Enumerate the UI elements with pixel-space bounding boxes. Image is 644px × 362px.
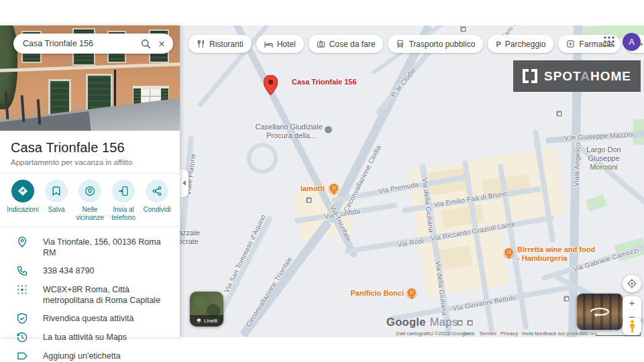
poi-generic-icon[interactable]	[324, 125, 333, 134]
chip-parcheggio[interactable]: P Parcheggio	[488, 35, 553, 53]
add-label-row[interactable]: Aggiungi un'etichetta	[0, 347, 180, 362]
address-row[interactable]: Via Trionfale, 156, 00136 Roma RM	[0, 233, 180, 261]
transit-station-icon	[466, 319, 474, 326]
plus-code-icon	[16, 284, 28, 296]
action-bar: Indicazioni Salva Nelle vicinanze Invia …	[0, 174, 180, 227]
send-to-phone-button[interactable]: Invia al telefono	[107, 180, 140, 221]
destination-label: Casa Trionfale 156	[292, 78, 357, 86]
transit-station-icon	[460, 25, 467, 33]
chip-trasporto-pubblico[interactable]: Trasporto pubblico	[388, 35, 483, 53]
restaurant-poi-marker[interactable]	[504, 247, 514, 257]
area-label: Piazzale Socrate	[180, 229, 212, 246]
phone-row[interactable]: 338 434 8790	[0, 261, 180, 280]
search-input[interactable]	[23, 39, 140, 48]
label-icon	[16, 350, 28, 362]
restaurant-icon	[197, 40, 205, 48]
clear-search-icon[interactable]: ×	[157, 38, 166, 50]
bracket-left-icon	[523, 69, 529, 83]
zoom-in-button[interactable]: +	[623, 296, 641, 310]
transit-station-icon	[563, 295, 570, 302]
your-activity-row[interactable]: La tua attività su Maps	[0, 328, 180, 347]
street-label: Via San Tommaso d'Aquino	[223, 213, 267, 294]
footer-link-feedback[interactable]: Invia feedback sul prodotto	[522, 330, 586, 337]
maps-app: × Casa Trionfale 156 Appartamento per va…	[0, 25, 644, 337]
footer-link-italia[interactable]: Italia	[463, 330, 474, 337]
place-subtitle: Appartamento per vacanza in affitto	[11, 158, 169, 166]
directions-icon	[17, 186, 28, 196]
bookmark-icon	[51, 186, 62, 196]
search-box: ×	[13, 34, 173, 54]
place-details: Via Trionfale, 156, 00136 Roma RM 338 43…	[0, 227, 180, 362]
directions-button[interactable]: Indicazioni	[7, 180, 39, 221]
my-location-button[interactable]	[623, 275, 641, 292]
category-chips: Ristoranti Hotel Cose da fare Trasporto …	[189, 35, 644, 53]
restaurant-poi-marker[interactable]	[407, 288, 417, 298]
pharmacy-icon	[566, 40, 575, 48]
scale-label: 100 m	[580, 330, 594, 337]
chip-cose-da-fare[interactable]: Cose da fare	[309, 35, 384, 53]
pegman-button[interactable]	[623, 318, 641, 335]
claim-business-row[interactable]: Rivendica questa attività	[0, 309, 180, 328]
place-panel: × Casa Trionfale 156 Appartamento per va…	[0, 25, 180, 337]
share-button[interactable]: Condividi	[141, 180, 173, 221]
restaurant-poi-marker[interactable]	[329, 183, 339, 193]
search-icon[interactable]	[140, 38, 152, 50]
poi-label-iamotti: Iamotti	[282, 184, 325, 193]
nearby-button[interactable]: Nelle vicinanze	[74, 180, 106, 221]
screen: × Casa Trionfale 156 Appartamento per va…	[0, 0, 644, 362]
plus-code-row[interactable]: WC8X+8R Roma, Città metropolitana di Rom…	[0, 280, 180, 309]
send-to-phone-icon	[118, 186, 129, 196]
area-label: Largo Don Giuseppe Morosini	[577, 145, 631, 172]
transit-station-icon	[555, 110, 563, 117]
history-icon	[16, 331, 28, 343]
apps-grid-icon[interactable]	[603, 36, 615, 50]
share-icon	[152, 186, 162, 196]
account-avatar[interactable]: A	[623, 33, 641, 51]
save-button[interactable]: Salva	[40, 180, 72, 221]
transit-icon	[396, 40, 405, 48]
google-maps-logo[interactable]: GoogleMaps	[386, 316, 458, 328]
place-title: Casa Trionfale 156	[11, 140, 169, 156]
map-attribution: Dati cartografici ©2025 Google	[396, 330, 470, 337]
chevron-left-icon	[182, 180, 186, 186]
transit-station-icon	[305, 196, 313, 204]
bracket-right-icon	[531, 69, 537, 83]
footer-link-privacy[interactable]: Privacy	[500, 330, 518, 337]
layers-icon	[196, 318, 202, 324]
spotahome-watermark: SPOTAHOME	[513, 60, 641, 92]
hotel-icon	[264, 40, 273, 48]
map-canvas[interactable]: Circonvallazione Clodia P. le Clodio Via…	[180, 25, 644, 337]
layers-button[interactable]: Livelli	[190, 292, 223, 326]
street-label: Circonvallazione Trionfale	[244, 255, 293, 328]
place-info: Casa Trionfale 156 Appartamento per vaca…	[0, 131, 180, 173]
shield-check-icon	[16, 312, 28, 324]
chip-hotel[interactable]: Hotel	[256, 35, 304, 53]
nearby-icon	[85, 186, 95, 196]
chip-ristoranti[interactable]: Ristoranti	[189, 35, 252, 53]
poi-label-panificio: Panificio Bonci	[346, 289, 404, 298]
my-location-icon	[627, 278, 637, 289]
poi-label-birretta: Birretta wine and food - Hamburgeria	[517, 245, 596, 262]
streetview-thumbnail[interactable]	[577, 294, 623, 330]
camera-icon	[317, 40, 325, 48]
footer-link-termini[interactable]: Termini	[479, 330, 496, 337]
parking-icon: P	[496, 40, 500, 48]
phone-icon	[16, 265, 28, 277]
rotate-view-icon	[586, 306, 613, 318]
destination-pin-icon[interactable]	[264, 75, 278, 98]
pegman-icon	[629, 320, 636, 333]
location-pin-icon	[16, 236, 28, 248]
poi-label-casellario: Casellario Giudiziale - Procura della...	[250, 123, 332, 140]
panel-collapse-button[interactable]	[180, 169, 189, 197]
